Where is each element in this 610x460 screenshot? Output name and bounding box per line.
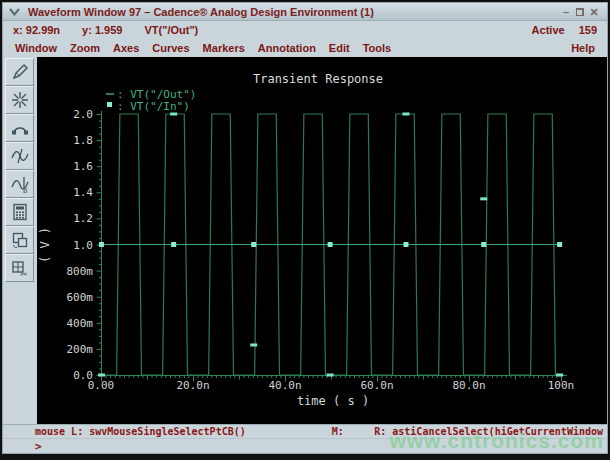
trace-point-marker: [403, 242, 408, 247]
toolbar-button-cut-window[interactable]: ✂: [5, 254, 34, 282]
screenshot-root: Waveform Window 97 – Cadence® Analog Des…: [0, 0, 610, 460]
svg-text:600m: 600m: [67, 291, 94, 304]
svg-text:0.0: 0.0: [73, 369, 93, 382]
mouse-right-binding: R: astiCancelSelect(hiGetCurrentWindow: [374, 426, 603, 437]
trace-point-marker: [251, 242, 256, 247]
waveform-plot[interactable]: Transient Response0.0020.0n40.0n60.0n80.…: [37, 57, 608, 426]
y-label: y:: [82, 24, 92, 36]
toolbar-button-marker-b[interactable]: B: [5, 170, 34, 198]
trace-point-marker: [327, 374, 334, 377]
x-value: 92.99n: [26, 24, 60, 36]
svg-text:1.2: 1.2: [73, 212, 93, 225]
prompt-glyph: >: [35, 440, 42, 453]
close-button[interactable]: ✕: [587, 4, 601, 20]
trace-point-marker: [480, 197, 487, 200]
active-label: Active: [532, 24, 565, 36]
menu-item-edit[interactable]: Edit: [329, 42, 350, 54]
point-marker-icon: B: [10, 174, 30, 194]
svg-text:✂: ✂: [20, 269, 28, 279]
toolbar-button-marker-a[interactable]: [5, 142, 34, 170]
x-axis-label: time ( s ): [297, 394, 369, 408]
left-toolbar: B✂: [3, 57, 37, 424]
minimize-button[interactable]: –: [559, 4, 573, 20]
menu-item-curves[interactable]: Curves: [152, 42, 189, 54]
plot-canvas[interactable]: Transient Response0.0020.0n40.0n60.0n80.…: [37, 57, 608, 424]
cursor-x-readout: x: 92.99n: [13, 24, 60, 36]
mouse-left-binding: swvMouseSingleSelectPtCB(): [89, 426, 246, 437]
trace-point-marker: [250, 343, 257, 346]
active-count: 159: [579, 24, 597, 36]
trace-point-marker: [171, 242, 176, 247]
svg-text:400m: 400m: [67, 317, 94, 330]
calculator-icon: [10, 202, 30, 222]
maximize-button[interactable]: [573, 4, 587, 20]
cursor-y-readout: y: 1.959: [82, 24, 122, 36]
svg-text:100n: 100n: [548, 379, 575, 392]
window-menu-chevron-icon[interactable]: [9, 8, 20, 16]
menu-bar: WindowZoomAxesCurvesMarkersAnnotationEdi…: [3, 39, 607, 57]
menu-item-axes[interactable]: Axes: [113, 42, 139, 54]
trace-point-marker: [99, 242, 104, 247]
status-bar: mouse L: swvMouseSingleSelectPtCB() M: R…: [3, 424, 607, 438]
mouse-label: mouse L:: [35, 426, 83, 437]
mouse-binding-left: mouse L: swvMouseSingleSelectPtCB(): [35, 426, 246, 437]
svg-text:1.8: 1.8: [73, 134, 93, 147]
menu-item-markers[interactable]: Markers: [203, 42, 245, 54]
svg-text:40.0n: 40.0n: [268, 379, 301, 392]
svg-text:B: B: [23, 187, 27, 194]
waveform-window: Waveform Window 97 – Cadence® Analog Des…: [2, 2, 608, 454]
zoom-star-icon: [10, 90, 30, 110]
svg-text:200m: 200m: [67, 343, 94, 356]
toolbar-button-copy-window[interactable]: [5, 226, 34, 254]
legend-symbol-square: [107, 102, 112, 107]
trace-point-marker: [557, 242, 562, 247]
selected-trace-expression: VT("/Out"): [144, 24, 198, 36]
title-bar: Waveform Window 97 – Cadence® Analog Des…: [3, 3, 607, 21]
crosshair-info-bar: x: 92.99n y: 1.959 VT("/Out") Active 159: [3, 21, 607, 39]
svg-text:2.0: 2.0: [73, 108, 93, 121]
chart-title: Transient Response: [253, 72, 383, 86]
maximize-icon: [576, 8, 584, 16]
y-value: 1.959: [95, 24, 123, 36]
menu-item-zoom[interactable]: Zoom: [70, 42, 100, 54]
svg-text:800m: 800m: [67, 265, 94, 278]
window-title: Waveform Window 97 – Cadence® Analog Des…: [28, 6, 374, 18]
trace-point-marker: [328, 242, 333, 247]
svg-text:20.0n: 20.0n: [176, 379, 209, 392]
svg-text:1.4: 1.4: [73, 186, 93, 199]
arc-icon: [10, 118, 30, 138]
cut-window-icon: ✂: [10, 258, 30, 278]
menu-item-tools[interactable]: Tools: [363, 42, 392, 54]
y-axis-label: ( V ): [38, 227, 52, 263]
pen-icon: [10, 62, 30, 82]
mouse-middle-binding: M:: [332, 426, 344, 437]
command-prompt-bar[interactable]: >: [3, 438, 607, 453]
vertical-marker-icon: [10, 146, 30, 166]
svg-text:1.0: 1.0: [73, 239, 93, 252]
svg-text:80.0n: 80.0n: [452, 379, 485, 392]
legend-entry: : VT("/In"): [117, 100, 190, 113]
toolbar-button-arc[interactable]: [5, 114, 34, 142]
toolbar-button-zoom-star[interactable]: [5, 86, 34, 114]
trace-point-marker: [170, 113, 177, 116]
svg-text:60.0n: 60.0n: [360, 379, 393, 392]
trace-point-marker: [402, 113, 409, 116]
copy-window-icon: [10, 230, 30, 250]
menu-item-window[interactable]: Window: [15, 42, 57, 54]
trace-point-marker: [556, 374, 563, 377]
x-label: x:: [13, 24, 23, 36]
main-area: B✂ Transient Response0.0020.0n40.0n60.0n…: [3, 57, 607, 424]
toolbar-button-calculator[interactable]: [5, 198, 34, 226]
trace-point-marker: [481, 242, 486, 247]
menu-item-help[interactable]: Help: [571, 42, 595, 54]
toolbar-button-pen[interactable]: [5, 58, 34, 86]
svg-text:1.6: 1.6: [73, 160, 93, 173]
trace-point-marker: [98, 374, 105, 377]
menu-item-annotation[interactable]: Annotation: [258, 42, 316, 54]
